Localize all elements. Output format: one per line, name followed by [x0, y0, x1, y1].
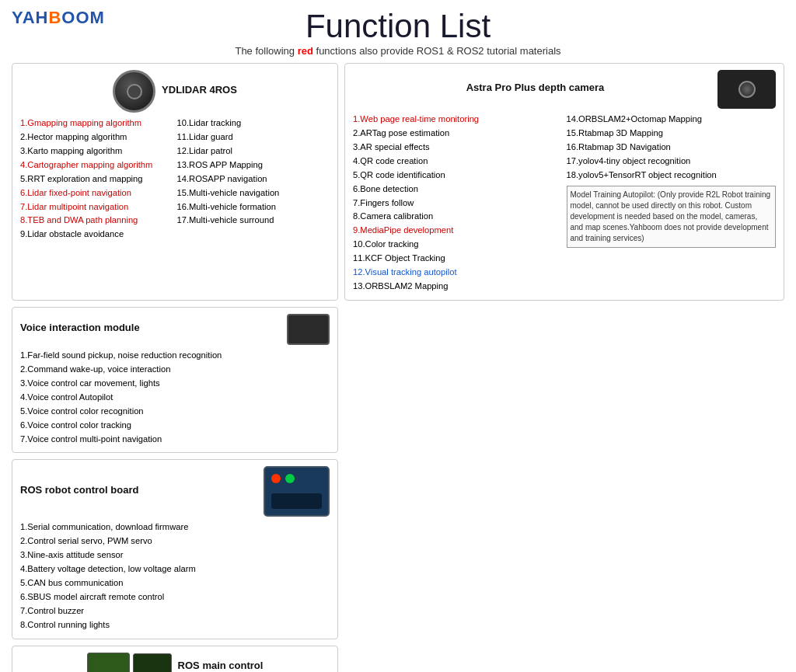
jetson-board-icon [133, 653, 172, 672]
list-item: 10.Color tracking [353, 238, 563, 252]
list-item: 13.ORBSLAM2 Mapping [353, 280, 563, 294]
list-item: 9.MediaPipe development [353, 224, 563, 238]
list-item: 7.Lidar multipoint navigation [20, 200, 173, 214]
astra-camera-icon [717, 70, 776, 109]
list-item: 17.Multi-vehicle surround [177, 214, 330, 228]
list-item: 2.Control serial servo, PWM servo [20, 534, 330, 548]
list-item: 12.Lidar patrol [177, 144, 330, 158]
voice-module-icon [287, 314, 330, 345]
yahboom-logo: YAHBOOM [12, 8, 105, 28]
list-item: 16.Multi-vehicle formation [177, 200, 330, 214]
list-item: 18.yolov5+TensorRT object recognition [567, 169, 777, 183]
list-item: 7.Fingers follow [353, 197, 563, 211]
list-item: 7.Control buzzer [20, 604, 330, 618]
list-item: 5.RRT exploration and mapping [20, 172, 173, 186]
camera-lens-icon [738, 81, 756, 98]
lidar-header: YDLIDAR 4ROS [20, 70, 330, 113]
page-header: Function List The following red function… [12, 8, 784, 57]
list-item: 5.QR code identification [353, 169, 563, 183]
list-item: 3.Voice control car movement, lights [20, 377, 330, 391]
lidar-device-icon [113, 70, 155, 113]
voice-title: Voice interaction module [20, 322, 140, 333]
list-item: 4.Voice control Autopilot [20, 391, 330, 405]
robot-board-title: ROS robot control board [20, 484, 138, 496]
list-item: 6.Voice control color tracking [20, 419, 330, 433]
list-item: 9.Lidar obstacle avoidance [20, 228, 173, 242]
list-item: 12.Visual tracking autopilot [353, 266, 563, 280]
model-note: Model Training Autopilot: (Only provide … [567, 186, 777, 248]
list-item: 3.AR special effects [353, 141, 563, 155]
list-item: 11.KCF Object Tracking [353, 252, 563, 266]
list-item: 16.Rtabmap 3D Navigation [567, 141, 777, 155]
list-item: 2.Command wake-up, voice interaction [20, 363, 330, 377]
ros-main-header: ROS main control [20, 653, 330, 672]
list-item: 8.Camera calibration [353, 210, 563, 224]
list-item: 3.Karto mapping algorithm [20, 144, 173, 158]
astra-title: Astra Pro Plus depth camera [353, 82, 717, 93]
lidar-title: YDLIDAR 4ROS [162, 84, 237, 96]
list-item: 10.Lidar tracking [177, 117, 330, 131]
list-item: 4.Battery voltage detection, low voltage… [20, 562, 330, 576]
list-item: 1.Gmapping mapping algorithm [20, 117, 173, 131]
list-item: 2.Hector mapping algorithm [20, 131, 173, 144]
voice-section: Voice interaction module 1.Far-field sou… [12, 307, 338, 453]
list-item: 15.Rtabmap 3D Mapping [567, 127, 777, 141]
raspberry-pi-icon [87, 653, 130, 672]
list-item: 6.Lidar fixed-point navigation [20, 186, 173, 200]
list-item: 5.Voice control color recognition [20, 405, 330, 419]
list-item: 1.Far-field sound pickup, noise reductio… [20, 349, 330, 363]
list-item: 8.TEB and DWA path planning [20, 214, 173, 228]
robot-board-section: ROS robot control board 1.Serial communi… [12, 459, 338, 639]
lidar-right-col: 10.Lidar tracking11.Lidar guard12.Lidar … [177, 117, 330, 242]
list-item: 1.Web page real-time monitoring [353, 113, 563, 127]
list-item: 14.ROSAPP navigation [177, 172, 330, 186]
ros-main-title: ROS main control [178, 660, 264, 671]
astra-right-col: 14.ORBSLAM2+Octomap Mapping15.Rtabmap 3D… [567, 113, 777, 294]
list-item: 4.QR code creation [353, 155, 563, 169]
list-item: 2.ARTag pose estimation [353, 127, 563, 141]
list-item: 7.Voice control multi-point navigation [20, 433, 330, 447]
list-item: 6.Bone detection [353, 183, 563, 197]
robot-control-board-icon [264, 466, 330, 517]
list-item: 3.Nine-axis attitude sensor [20, 548, 330, 562]
list-item: 1.Serial communication, download firmwar… [20, 521, 330, 534]
ros-main-section: ROS main control 1.VNC remote control2.J… [12, 646, 338, 672]
list-item: 13.ROS APP Mapping [177, 158, 330, 172]
page-title: Function List [12, 8, 784, 45]
list-item: 5.CAN bus communication [20, 576, 330, 590]
list-item: 4.Cartographer mapping algorithm [20, 158, 173, 172]
astra-left-col: 1.Web page real-time monitoring2.ARTag p… [353, 113, 563, 294]
astra-section: Astra Pro Plus depth camera 1.Web page r… [344, 63, 784, 301]
list-item: 6.SBUS model aircraft remote control [20, 590, 330, 604]
page-subtitle: The following red functions also provide… [12, 45, 784, 57]
list-item: 11.Lidar guard [177, 131, 330, 144]
list-item: 17.yolov4-tiny object recognition [567, 155, 777, 169]
list-item: 8.Control running lights [20, 618, 330, 632]
list-item: 14.ORBSLAM2+Octomap Mapping [567, 113, 777, 127]
lidar-left-col: 1.Gmapping mapping algorithm2.Hector map… [20, 117, 173, 242]
lidar-section: YDLIDAR 4ROS 1.Gmapping mapping algorith… [12, 63, 338, 301]
list-item: 15.Multi-vehicle navigation [177, 186, 330, 200]
